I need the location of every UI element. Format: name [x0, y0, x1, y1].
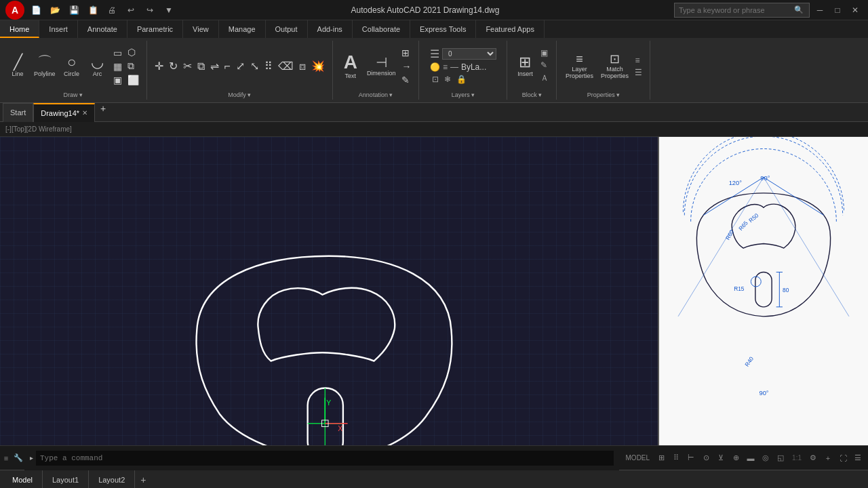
- tab-output[interactable]: Output: [266, 20, 308, 38]
- gradient-tool[interactable]: ▣: [111, 74, 124, 86]
- tab-insert[interactable]: Insert: [39, 20, 78, 38]
- fillet-tool[interactable]: ⌐: [222, 60, 233, 73]
- circle-tool[interactable]: ○ Circle: [60, 54, 84, 79]
- explode-tool[interactable]: 💥: [309, 59, 327, 73]
- layer-dropdown[interactable]: 0: [442, 48, 496, 60]
- lineweight-icon[interactable]: ▬: [745, 452, 757, 464]
- save-as-btn[interactable]: 📋: [85, 3, 100, 18]
- boundary-tool[interactable]: ⬡: [125, 46, 141, 58]
- transparency-icon[interactable]: ◎: [760, 452, 772, 464]
- osnap-icon[interactable]: ⊻: [715, 452, 727, 464]
- match-properties-tool[interactable]: ⊡ Match Properties: [597, 52, 631, 81]
- layer-lock[interactable]: 🔒: [454, 74, 469, 85]
- rotate-tool[interactable]: ↻: [167, 59, 180, 73]
- line-tool[interactable]: ╱ Line: [5, 54, 30, 79]
- maximize-btn[interactable]: □: [830, 3, 845, 18]
- modify-label[interactable]: Modify ▾: [228, 92, 251, 98]
- tab-layout1[interactable]: Layout1: [43, 470, 89, 489]
- new-btn[interactable]: 📄: [28, 3, 43, 18]
- search-input[interactable]: [679, 6, 794, 14]
- tab-featuredapps[interactable]: Featured Apps: [476, 20, 545, 38]
- mirror-tool[interactable]: ⇌: [208, 59, 221, 73]
- block-label[interactable]: Block ▾: [522, 92, 542, 98]
- erase-tool[interactable]: ⌫: [276, 59, 296, 73]
- zoom-in-icon[interactable]: +: [822, 452, 834, 464]
- markup-tool[interactable]: ✎: [399, 74, 413, 86]
- tab-drawing14[interactable]: Drawing14* ✕: [33, 103, 95, 122]
- tab-annotate[interactable]: Annotate: [78, 20, 127, 38]
- polyline-tool[interactable]: ⌒ Polyline: [31, 54, 58, 79]
- tab-start[interactable]: Start: [3, 103, 33, 122]
- list-tool[interactable]: ☰: [633, 67, 644, 78]
- close-drawing-tab[interactable]: ✕: [82, 109, 87, 117]
- arc-tool[interactable]: ◡ Arc: [85, 54, 110, 79]
- statusbar-right: MODEL ⊞ ⠿ ⊢ ⊙ ⊻ ⊕ ▬ ◎ ◱ 1:1 ⚙ + ⛶ ☰: [619, 446, 868, 470]
- annotation-label[interactable]: Annotation ▾: [359, 92, 393, 98]
- close-btn[interactable]: ✕: [848, 3, 863, 18]
- insert-tool[interactable]: ⊞ Insert: [513, 54, 537, 79]
- grid-icon[interactable]: ⊞: [655, 452, 667, 464]
- table-tool[interactable]: ⊞: [399, 47, 413, 59]
- tab-addins[interactable]: Add-ins: [308, 20, 353, 38]
- tab-expresstools[interactable]: Express Tools: [410, 20, 476, 38]
- layer-isolate[interactable]: ⊡: [430, 74, 441, 85]
- cmd-icon1[interactable]: ≡: [0, 452, 12, 464]
- stretch-tool[interactable]: ⤢: [234, 59, 247, 73]
- minimize-btn[interactable]: ─: [812, 3, 827, 18]
- redo-btn[interactable]: ↪: [142, 3, 157, 18]
- tab-collaborate[interactable]: Collaborate: [353, 20, 410, 38]
- canvas-area[interactable]: Y X: [0, 137, 658, 445]
- scale-tool[interactable]: ⤡: [248, 59, 261, 73]
- new-tab-btn[interactable]: +: [95, 103, 111, 122]
- layer-lineweight[interactable]: —: [450, 62, 458, 72]
- properties-panel[interactable]: ≡: [633, 55, 644, 66]
- ortho-icon[interactable]: ⊢: [685, 452, 697, 464]
- edit-block[interactable]: ✎: [538, 60, 551, 70]
- rectangle-tool[interactable]: ▭: [111, 47, 124, 59]
- undo-btn[interactable]: ↩: [123, 3, 138, 18]
- cmd-icon2[interactable]: 🔧: [12, 452, 24, 464]
- search-box[interactable]: 🔍: [674, 3, 810, 18]
- layer-color[interactable]: 🟡: [430, 62, 440, 72]
- properties-label[interactable]: Properties ▾: [587, 92, 620, 98]
- add-layout-btn[interactable]: +: [135, 474, 151, 485]
- layers-label[interactable]: Layers ▾: [452, 92, 475, 98]
- polar-icon[interactable]: ⊙: [700, 452, 712, 464]
- tab-layout2[interactable]: Layout2: [89, 470, 135, 489]
- layer-properties-tool[interactable]: ≡ Layer Properties: [562, 52, 596, 81]
- block-attr[interactable]: Ａ: [538, 72, 551, 85]
- fullscreen-icon[interactable]: ⛶: [837, 452, 849, 464]
- hatch-tool[interactable]: ▦: [111, 60, 124, 73]
- print-btn[interactable]: 🖨: [104, 3, 119, 18]
- tab-view[interactable]: View: [183, 20, 219, 38]
- tab-home[interactable]: Home: [0, 20, 39, 38]
- tab-parametric[interactable]: Parametric: [127, 20, 183, 38]
- command-input[interactable]: [36, 451, 614, 466]
- region-tool[interactable]: ⧉: [125, 60, 141, 73]
- offset-tool[interactable]: ⧈: [297, 60, 308, 73]
- settings-icon[interactable]: ⚙: [807, 452, 819, 464]
- array-tool[interactable]: ⠿: [262, 59, 275, 73]
- layer-linetype[interactable]: ≡: [443, 62, 448, 72]
- move-tool[interactable]: ✛: [153, 59, 165, 73]
- drawing-canvas: Y X: [0, 137, 658, 445]
- layer-freeze[interactable]: ❄: [442, 74, 453, 85]
- trim-tool[interactable]: ✂: [181, 59, 194, 73]
- save-btn[interactable]: 💾: [66, 3, 81, 18]
- workspace-btn[interactable]: ▼: [161, 3, 176, 18]
- custom-icon[interactable]: ☰: [852, 452, 864, 464]
- dimension-tool[interactable]: ⊣ Dimension: [364, 54, 399, 78]
- tab-manage[interactable]: Manage: [219, 20, 266, 38]
- layer-props-icon: ≡: [576, 53, 583, 65]
- copy-tool[interactable]: ⧉: [195, 60, 207, 73]
- open-btn[interactable]: 📂: [47, 3, 62, 18]
- otrack-icon[interactable]: ⊕: [730, 452, 742, 464]
- snap-grid-icon[interactable]: ⠿: [670, 452, 682, 464]
- text-tool[interactable]: A Text: [338, 52, 363, 81]
- leader-tool[interactable]: →: [399, 60, 413, 73]
- create-block[interactable]: ▣: [538, 47, 551, 58]
- selection-icon[interactable]: ◱: [774, 452, 787, 464]
- draw-label[interactable]: Draw ▾: [64, 92, 83, 98]
- tab-model[interactable]: Model: [3, 470, 43, 489]
- wipeout-tool[interactable]: ⬜: [125, 74, 141, 86]
